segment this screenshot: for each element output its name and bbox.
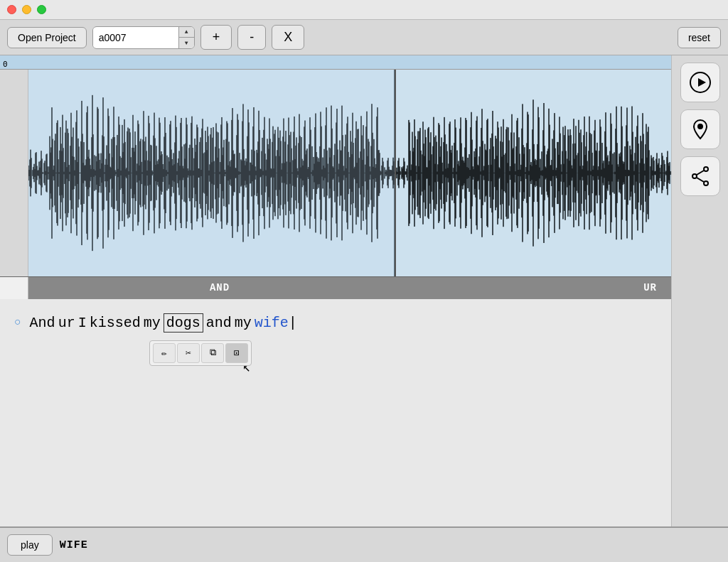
project-name-input[interactable] — [93, 28, 178, 48]
maximize-button[interactable] — [37, 5, 46, 14]
open-project-button[interactable]: Open Project — [7, 27, 87, 48]
waveform-panel: 0 AND UR ○ And ur I — [0, 55, 671, 526]
close-button[interactable]: X — [272, 25, 304, 50]
project-name-field: ▲ ▼ — [92, 26, 195, 49]
location-button[interactable] — [680, 109, 720, 149]
spinner-down-icon[interactable]: ▼ — [179, 38, 194, 48]
paste-icon: ⊡ — [234, 347, 240, 359]
svg-point-4 — [692, 174, 697, 178]
side-panel — [671, 55, 728, 526]
svg-point-2 — [698, 124, 702, 129]
svg-point-3 — [704, 167, 708, 171]
share-icon — [689, 165, 712, 188]
play-button[interactable] — [680, 63, 720, 102]
copy-button[interactable]: ⧉ — [201, 343, 224, 363]
word-my2: my — [235, 315, 252, 331]
svg-line-6 — [697, 171, 704, 175]
transcript-line: ○ And ur I kissed my dogs and my wife — [14, 313, 657, 333]
waveform-canvas-wrapper[interactable] — [28, 70, 671, 276]
waveform-area — [0, 70, 671, 276]
word-dogs[interactable]: dogs — [164, 313, 203, 333]
edit-icon: ✏ — [161, 347, 167, 359]
project-spinner[interactable]: ▲ ▼ — [178, 27, 194, 48]
play-icon — [689, 71, 712, 94]
close-button[interactable] — [7, 5, 16, 14]
minimize-button[interactable] — [22, 5, 31, 14]
cursor-indicator: ↖ — [242, 360, 250, 375]
edit-button[interactable]: ✏ — [153, 343, 176, 363]
text-area[interactable]: ○ And ur I kissed my dogs and my wife ✏ … — [0, 299, 671, 527]
waveform-canvas — [28, 70, 671, 276]
minus-button[interactable]: - — [237, 25, 266, 50]
bottom-bar: play WIFE — [0, 526, 728, 562]
reset-button[interactable]: reset — [678, 27, 721, 48]
share-button[interactable] — [680, 156, 720, 196]
title-bar — [0, 0, 728, 20]
location-icon — [689, 118, 712, 141]
timeline-start-label: 0 — [3, 60, 8, 69]
segment-divider — [395, 70, 396, 276]
toolbar: Open Project ▲ ▼ + - X reset — [0, 20, 728, 55]
transcript-bullet: ○ — [14, 316, 21, 329]
segment-ur-label: UR — [411, 277, 671, 299]
plus-button[interactable]: + — [200, 25, 232, 50]
word-i: I — [78, 315, 87, 331]
play-button-bottom[interactable]: play — [7, 534, 53, 556]
main-content: 0 AND UR ○ And ur I — [0, 55, 728, 526]
segment-labels-bar: AND UR — [0, 276, 671, 299]
scissors-button[interactable]: ✂ — [177, 343, 200, 363]
copy-icon: ⧉ — [210, 347, 216, 358]
mini-toolbar: ✏ ✂ ⧉ ⊡ ↖ — [149, 340, 252, 366]
word-my1: my — [144, 315, 161, 331]
word-and2: and — [206, 315, 232, 331]
word-kissed: kissed — [90, 315, 141, 331]
word-wife[interactable]: wife — [255, 315, 297, 331]
timeline-ruler: 0 — [0, 55, 671, 70]
svg-line-7 — [697, 178, 704, 182]
word-and: And — [30, 315, 55, 331]
waveform-left-column — [0, 70, 28, 276]
word-ur: ur — [58, 315, 75, 331]
scissors-icon: ✂ — [186, 347, 191, 359]
svg-marker-1 — [698, 78, 706, 87]
segment-and-label: AND — [28, 277, 411, 299]
svg-point-5 — [704, 181, 708, 185]
bottom-word-label: WIFE — [60, 539, 88, 551]
paste-button[interactable]: ⊡ ↖ — [225, 343, 248, 363]
spinner-up-icon[interactable]: ▲ — [179, 27, 194, 38]
segment-label-spacer — [0, 277, 28, 299]
